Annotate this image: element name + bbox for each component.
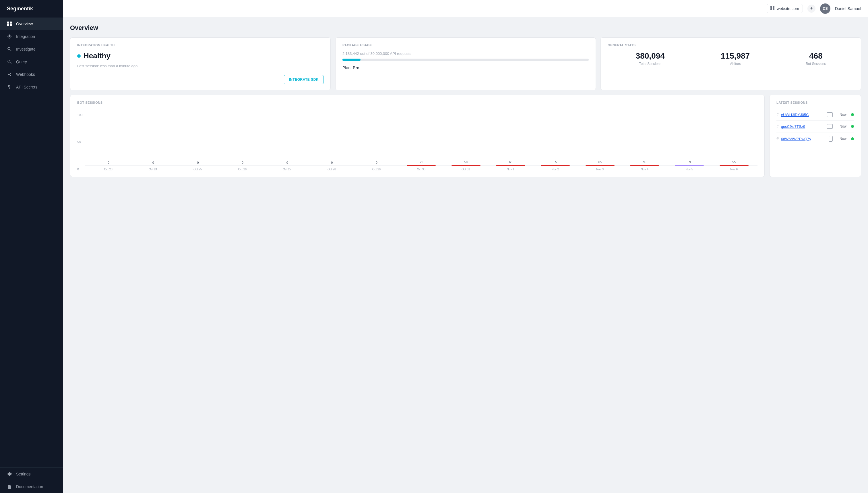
svg-rect-0 <box>7 22 9 24</box>
bar-group: 50 <box>443 165 488 166</box>
sessions-list: #eUWHJIDYJ05CNow#qucC9si7TSz9Now#6dWA9WP… <box>776 109 854 145</box>
session-device-icon <box>829 136 833 142</box>
svg-rect-3 <box>10 24 12 26</box>
brand-logo: Segmentik <box>0 0 63 18</box>
session-item: #qucC9si7TSz9Now <box>776 121 854 132</box>
bar-value-label: 55 <box>554 160 557 164</box>
chart-bars-wrapper: 00000002150685565955955 Oct 23Oct 24Oct … <box>85 165 757 171</box>
stat-visitors: 115,987 Visitors <box>721 51 750 66</box>
x-label: Oct 24 <box>131 168 175 171</box>
bar-group: 65 <box>577 165 622 166</box>
settings-icon <box>7 471 12 477</box>
bar: 55 <box>541 165 570 166</box>
investigate-icon <box>7 46 12 52</box>
grid-icon <box>770 6 774 11</box>
bar-value-label: 0 <box>197 161 199 164</box>
session-id[interactable]: eUWHJIDYJ05C <box>781 113 822 117</box>
session-time: Now <box>840 113 846 116</box>
bar-value-label: 0 <box>331 161 333 164</box>
svg-point-5 <box>8 47 10 50</box>
general-stats-card: GENERAL STATS 380,094 Total Sessions 115… <box>600 37 861 90</box>
visitors-label: Visitors <box>721 62 750 66</box>
username: Daniel Samuel <box>835 6 861 11</box>
sidebar-item-api-secrets[interactable]: API Secrets <box>0 81 63 93</box>
add-site-button[interactable]: + <box>807 5 816 13</box>
bot-sessions-value: 468 <box>806 51 826 61</box>
sidebar-item-settings[interactable]: Settings <box>0 468 63 480</box>
svg-rect-12 <box>770 8 772 10</box>
page-title: Overview <box>70 24 861 31</box>
chart-y-labels: 100 50 0 <box>77 113 83 171</box>
x-label: Nov 4 <box>622 168 667 171</box>
usage-bar-fill <box>342 59 361 61</box>
bot-sessions-label: BOT SESSIONS <box>77 101 757 104</box>
integrate-sdk-button[interactable]: INTEGRATE SDK <box>284 75 323 84</box>
bar: 21 <box>407 165 436 166</box>
svg-rect-10 <box>770 6 772 8</box>
stats-row: 380,094 Total Sessions 115,987 Visitors … <box>608 51 854 66</box>
header: website.com + DS Daniel Samuel <box>63 0 868 17</box>
x-label: Oct 27 <box>265 168 310 171</box>
sidebar-item-investigate[interactable]: Investigate <box>0 43 63 56</box>
svg-point-8 <box>10 73 11 74</box>
sidebar-item-query[interactable]: Query <box>0 56 63 68</box>
x-label: Nov 3 <box>577 168 622 171</box>
bar: 68 <box>496 165 525 166</box>
bot-sessions-label: Bot Sessions <box>806 62 826 66</box>
bar-value-label: 0 <box>242 161 244 164</box>
health-status: Healthy <box>77 51 323 60</box>
bar-value-label: 59 <box>688 160 691 164</box>
bot-sessions-card: BOT SESSIONS 100 50 0 <box>70 95 765 177</box>
bar-group: 95 <box>622 165 667 166</box>
health-status-text: Healthy <box>84 51 111 60</box>
svg-point-9 <box>10 75 11 76</box>
latest-sessions-card: LATEST SESSIONS #eUWHJIDYJ05CNow#qucC9si… <box>769 95 861 177</box>
documentation-icon <box>7 484 12 489</box>
x-label: Nov 5 <box>667 168 712 171</box>
bar: 95 <box>630 165 659 166</box>
sidebar-item-webhooks[interactable]: Webhooks <box>0 68 63 81</box>
x-label: Oct 23 <box>86 168 131 171</box>
bar-value-label: 0 <box>108 161 109 164</box>
svg-rect-11 <box>773 6 774 8</box>
session-id[interactable]: qucC9si7TSz9 <box>781 124 822 129</box>
session-time: Now <box>840 124 846 128</box>
session-hash: # <box>776 112 779 117</box>
site-selector[interactable]: website.com <box>767 4 803 13</box>
overview-icon <box>7 21 12 26</box>
bar: 59 <box>675 165 704 166</box>
api-secrets-icon <box>7 84 12 90</box>
last-session-text: Last session: less than a minute ago <box>77 64 323 68</box>
avatar: DS <box>820 3 830 14</box>
stat-total-sessions: 380,094 Total Sessions <box>636 51 665 66</box>
content-area: Overview INTEGRATION HEALTH Healthy Last… <box>63 17 868 493</box>
integration-health-label: INTEGRATION HEALTH <box>77 43 323 47</box>
session-item: #6dWA9WPPwQ7yNow <box>776 132 854 145</box>
bar-group: 55 <box>712 165 756 166</box>
sidebar-item-integration[interactable]: Integration <box>0 30 63 43</box>
bar-value-label: 65 <box>598 160 602 164</box>
bar-value-label: 95 <box>643 160 646 164</box>
site-name: website.com <box>777 6 799 11</box>
session-id[interactable]: 6dWA9WPPwQ7y <box>781 137 824 141</box>
session-item: #eUWHJIDYJ05CNow <box>776 109 854 121</box>
session-time: Now <box>840 137 846 141</box>
chart-bars: 00000002150685565955955 <box>85 165 757 166</box>
bar-value-label: 50 <box>464 160 467 164</box>
bottom-row: BOT SESSIONS 100 50 0 <box>70 95 861 177</box>
x-label: Nov 1 <box>488 168 533 171</box>
bar-group: 68 <box>488 165 533 166</box>
sidebar-item-overview[interactable]: Overview <box>0 18 63 30</box>
session-hash: # <box>776 136 779 141</box>
session-device-icon <box>827 124 833 129</box>
x-label: Oct 29 <box>354 168 399 171</box>
bar-value-label: 0 <box>287 161 288 164</box>
session-device-icon <box>827 112 833 117</box>
sidebar-item-documentation[interactable]: Documentation <box>0 480 63 493</box>
general-stats-label: GENERAL STATS <box>608 43 854 47</box>
svg-rect-13 <box>773 8 774 10</box>
x-label: Oct 31 <box>443 168 488 171</box>
package-usage-card: PACKAGE USAGE 2,183,442 out of 30,000,00… <box>335 37 596 90</box>
bar-group: 55 <box>533 165 578 166</box>
integration-health-card: INTEGRATION HEALTH Healthy Last session:… <box>70 37 331 90</box>
